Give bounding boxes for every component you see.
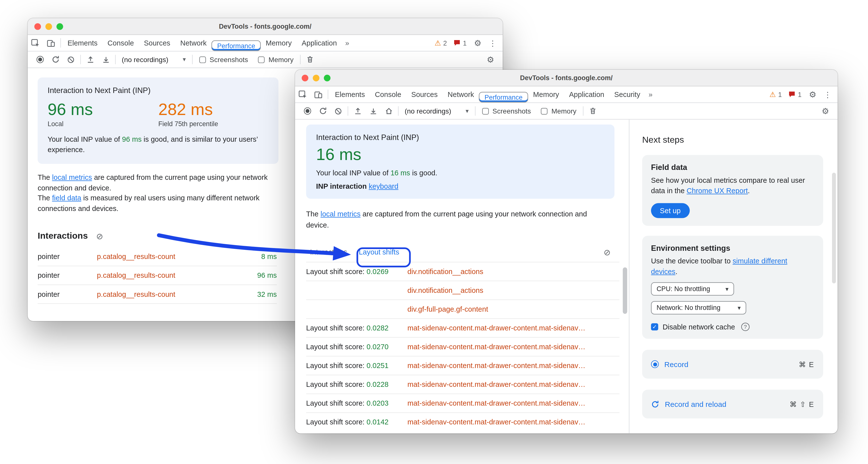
load-profile-icon[interactable]: [82, 52, 98, 66]
layout-shift-node-link[interactable]: mat-sidenav-content.mat-drawer-content.m…: [407, 380, 619, 389]
kebab-menu-icon[interactable]: ⋮: [820, 90, 835, 99]
capture-settings-gear-icon[interactable]: ⚙: [817, 104, 833, 118]
record-and-reload-button[interactable]: [48, 52, 63, 66]
record-action[interactable]: Record ⌘ E: [642, 350, 823, 379]
help-icon[interactable]: ?: [741, 323, 749, 332]
interaction-node-link[interactable]: p.catalog__results-count: [97, 290, 245, 299]
interaction-node-link[interactable]: p.catalog__results-count: [97, 271, 245, 280]
layout-shift-node-link[interactable]: mat-sidenav-content.mat-drawer-content.m…: [407, 324, 619, 332]
zoom-button[interactable]: [324, 75, 331, 81]
screenshots-toggle[interactable]: Screenshots: [194, 56, 253, 63]
issues-counter[interactable]: 1: [785, 91, 805, 98]
layout-shift-node-link[interactable]: mat-sidenav-content.mat-drawer-content.m…: [407, 418, 619, 426]
layout-shift-node-link[interactable]: mat-sidenav-content.mat-drawer-content.m…: [407, 361, 619, 370]
more-tabs-icon[interactable]: »: [645, 86, 656, 102]
warnings-counter[interactable]: ⚠ 1: [766, 91, 785, 98]
clear-layout-shifts-icon[interactable]: ⊘: [603, 248, 611, 256]
tab-sources[interactable]: Sources: [406, 86, 442, 102]
layout-shift-node-link[interactable]: mat-sidenav-content.mat-drawer-content.m…: [407, 343, 619, 351]
device-toolbar-icon[interactable]: [43, 35, 59, 51]
tab-performance[interactable]: Performance: [212, 40, 261, 51]
load-profile-icon[interactable]: [350, 104, 365, 118]
tab-sources[interactable]: Sources: [139, 35, 175, 51]
device-toolbar-icon[interactable]: [310, 86, 326, 102]
chrome-ux-report-link[interactable]: Chrome UX Report: [687, 186, 748, 195]
tab-interactions[interactable]: Interactions: [310, 248, 347, 256]
local-metrics-link[interactable]: local metrics: [52, 173, 92, 182]
check-icon: ✓: [652, 324, 657, 330]
tab-application[interactable]: Application: [564, 86, 609, 102]
layout-shift-score: Layout shift score: 0.0270: [306, 343, 408, 351]
tab-memory[interactable]: Memory: [261, 35, 297, 51]
close-button[interactable]: [34, 23, 41, 30]
zoom-button[interactable]: [56, 23, 63, 30]
layout-shift-score: Layout shift score: 0.0251: [306, 361, 408, 370]
memory-checkbox[interactable]: [541, 107, 548, 114]
memory-toggle[interactable]: Memory: [536, 107, 581, 115]
window-titlebar[interactable]: DevTools - fonts.google.com/: [28, 18, 503, 35]
window-titlebar[interactable]: DevTools - fonts.google.com/: [295, 70, 838, 86]
memory-toggle[interactable]: Memory: [253, 56, 299, 63]
collect-garbage-icon[interactable]: [302, 52, 318, 66]
network-throttling-select[interactable]: Network: No throttling ▾: [651, 301, 746, 315]
chevron-down-icon: ▾: [466, 107, 468, 115]
interaction-node-link[interactable]: p.catalog__results-count: [97, 252, 245, 261]
tab-layout-shifts[interactable]: Layout shifts: [359, 248, 399, 256]
layout-shift-node-link[interactable]: mat-sidenav-content.mat-drawer-content.m…: [407, 399, 619, 408]
tab-application[interactable]: Application: [297, 35, 342, 51]
layout-shift-node-link[interactable]: div.gf-full-page.gf-content: [407, 305, 619, 313]
tab-performance[interactable]: Performance: [479, 92, 528, 102]
disable-cache-checkbox[interactable]: ✓: [651, 323, 658, 331]
set-up-button[interactable]: Set up: [651, 203, 690, 218]
clear-recordings-button[interactable]: [331, 104, 346, 118]
screenshots-checkbox[interactable]: [482, 107, 489, 114]
screenshots-toggle[interactable]: Screenshots: [477, 107, 536, 115]
inp-interaction-link[interactable]: keyboard: [369, 182, 399, 190]
tab-security[interactable]: Security: [609, 86, 645, 102]
tab-network[interactable]: Network: [442, 86, 479, 102]
record-and-reload-button[interactable]: [315, 104, 331, 118]
local-metrics-link[interactable]: local metrics: [320, 210, 361, 218]
tab-elements[interactable]: Elements: [330, 86, 370, 102]
screenshots-checkbox[interactable]: [199, 56, 206, 63]
close-button[interactable]: [302, 75, 308, 81]
layout-shift-node-link[interactable]: div.notification__actions: [407, 267, 619, 276]
tab-memory[interactable]: Memory: [528, 86, 564, 102]
inspect-element-icon[interactable]: [28, 35, 43, 51]
capture-settings-gear-icon[interactable]: ⚙: [483, 52, 498, 66]
live-metrics-home-icon[interactable]: [381, 104, 397, 118]
kebab-menu-icon[interactable]: ⋮: [486, 39, 500, 48]
scrollbar-thumb[interactable]: [623, 267, 627, 314]
tab-network[interactable]: Network: [175, 35, 212, 51]
score-value: 0.0228: [367, 380, 389, 389]
record-and-reload-action[interactable]: Record and reload ⌘ ⇧ E: [642, 390, 823, 419]
settings-gear-icon[interactable]: ⚙: [470, 38, 486, 48]
cpu-throttling-select[interactable]: CPU: No throttling ▾: [651, 282, 734, 296]
recordings-select[interactable]: (no recordings) ▾: [117, 56, 190, 63]
tab-console[interactable]: Console: [102, 35, 139, 51]
clear-interactions-icon[interactable]: ⊘: [96, 232, 103, 240]
recordings-select[interactable]: (no recordings) ▾: [400, 107, 473, 115]
inspect-element-icon[interactable]: [295, 86, 311, 102]
save-profile-icon[interactable]: [98, 52, 114, 66]
memory-checkbox[interactable]: [258, 56, 265, 63]
panel-scrollbar-thumb[interactable]: [832, 173, 836, 283]
tab-elements[interactable]: Elements: [63, 35, 103, 51]
minimize-button[interactable]: [313, 75, 319, 81]
layout-shift-score: Layout shift score: 0.0269: [306, 267, 408, 276]
environment-settings-card: Environment settings Use the device tool…: [642, 236, 823, 339]
layout-shift-node-link[interactable]: div.notification__actions: [407, 286, 619, 295]
issues-counter[interactable]: 1: [450, 39, 470, 47]
record-button[interactable]: [300, 104, 315, 118]
settings-gear-icon[interactable]: ⚙: [805, 89, 820, 99]
interaction-type: pointer: [38, 290, 97, 299]
save-profile-icon[interactable]: [365, 104, 381, 118]
record-button[interactable]: [32, 52, 48, 66]
field-data-link[interactable]: field data: [52, 194, 81, 202]
more-tabs-icon[interactable]: »: [342, 35, 352, 51]
tab-console[interactable]: Console: [370, 86, 406, 102]
collect-garbage-icon[interactable]: [585, 104, 601, 118]
warnings-counter[interactable]: ⚠ 2: [431, 39, 450, 47]
clear-recordings-button[interactable]: [63, 52, 79, 66]
minimize-button[interactable]: [45, 23, 52, 30]
